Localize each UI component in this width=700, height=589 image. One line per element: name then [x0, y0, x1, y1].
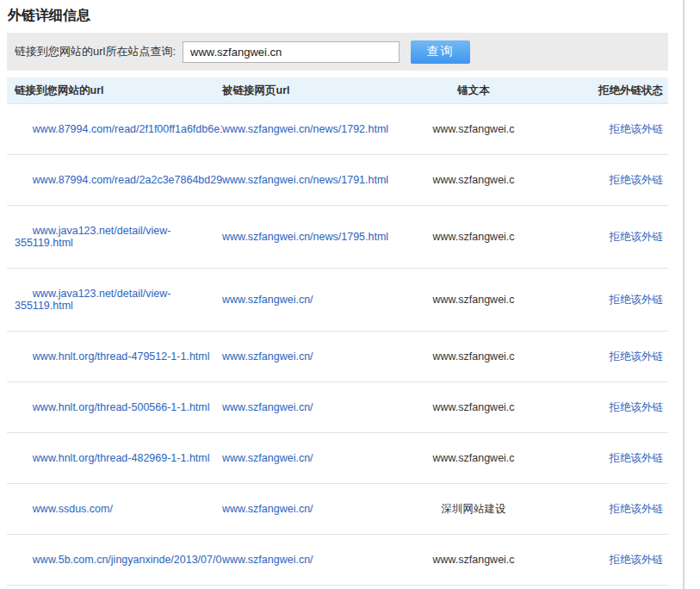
table-row: www.ssdus.com/ www.szfangwei.cn/ 深圳网站建设 … — [7, 484, 668, 535]
search-label: 链接到您网站的url所在站点查询: — [15, 44, 176, 59]
panel-right-border — [683, 0, 685, 589]
backlink-table: 链接到您网站的url 被链接网页url 锚文本 拒绝外链状态 www.87994… — [7, 78, 668, 589]
column-header-target: 被链接网页url — [222, 84, 405, 96]
table-header-row: 链接到您网站的url 被链接网页url 锚文本 拒绝外链状态 — [7, 78, 668, 104]
site-query-input[interactable] — [183, 41, 400, 63]
target-url-link[interactable]: www.szfangwei.cn/news/1791.html — [222, 174, 388, 186]
reject-link[interactable]: 拒绝该外链 — [610, 554, 664, 566]
anchor-text: 深圳网站建设 — [442, 503, 506, 515]
reject-link[interactable]: 拒绝该外链 — [610, 174, 664, 186]
reject-link[interactable]: 拒绝该外链 — [610, 401, 664, 413]
source-url-link[interactable]: www.hnlt.org/thread-479512-1-1.html — [33, 350, 210, 363]
source-url-link[interactable]: www.hnlt.org/thread-500566-1-1.html — [33, 401, 210, 413]
table-row: www.5b.com.cn/jingyanxinde/2013/07/05/5 … — [7, 535, 668, 586]
anchor-text: www.szfangwei.c — [432, 174, 514, 186]
query-button[interactable]: 查询 — [411, 40, 470, 64]
reject-link[interactable]: 拒绝该外链 — [610, 350, 664, 363]
table-row: www.hnlt.org/thread-482969-1-1.html www.… — [7, 433, 668, 484]
column-header-source: 链接到您网站的url — [7, 84, 222, 96]
target-url-link[interactable]: www.szfangwei.cn/news/1792.html — [222, 123, 388, 135]
target-url-link[interactable]: www.szfangwei.cn/ — [222, 350, 313, 363]
table-row: www.87994.com/read/2a2c3e7864bd2900a www… — [7, 155, 668, 206]
anchor-text: www.szfangwei.c — [432, 123, 514, 135]
search-bar: 链接到您网站的url所在站点查询: 查询 — [7, 33, 668, 71]
reject-link[interactable]: 拒绝该外链 — [610, 294, 664, 306]
reject-link[interactable]: 拒绝该外链 — [610, 503, 664, 515]
source-url-link[interactable]: www.java123.net/detail/view- 355119.html — [15, 225, 170, 249]
target-url-link[interactable]: www.szfangwei.cn/ — [222, 503, 313, 515]
source-url-link[interactable]: www.java123.net/detail/view- 355119.html — [15, 288, 170, 312]
table-row: www.5b.com.cn/tuiguangcehua/2013/06/04 w… — [7, 586, 668, 589]
anchor-text: www.szfangwei.c — [432, 350, 514, 363]
column-header-anchor: 锚文本 — [405, 84, 542, 96]
reject-link[interactable]: 拒绝该外链 — [610, 452, 664, 464]
table-row: www.hnlt.org/thread-479512-1-1.html www.… — [7, 332, 668, 382]
table-body: www.87994.com/read/2f1f00ff1a6fdb6e1be w… — [7, 104, 668, 589]
source-url-link[interactable]: www.ssdus.com/ — [33, 503, 113, 515]
anchor-text: www.szfangwei.c — [432, 452, 514, 464]
source-url-link[interactable]: www.87994.com/read/2f1f00ff1a6fdb6e1be — [33, 123, 222, 135]
table-row: www.java123.net/detail/view- 355119.html… — [7, 206, 668, 269]
source-url-link[interactable]: www.hnlt.org/thread-482969-1-1.html — [33, 452, 210, 464]
reject-link[interactable]: 拒绝该外链 — [610, 231, 664, 243]
table-row: www.java123.net/detail/view- 355119.html… — [7, 269, 668, 332]
backlink-details-page: 外链详细信息 链接到您网站的url所在站点查询: 查询 链接到您网站的url 被… — [0, 0, 700, 589]
table-row: www.hnlt.org/thread-500566-1-1.html www.… — [7, 382, 668, 433]
table-row: www.87994.com/read/2f1f00ff1a6fdb6e1be w… — [7, 104, 668, 155]
anchor-text: www.szfangwei.c — [432, 554, 514, 566]
anchor-text: www.szfangwei.c — [432, 401, 514, 413]
source-url-link[interactable]: www.87994.com/read/2a2c3e7864bd2900a — [33, 174, 222, 186]
target-url-link[interactable]: www.szfangwei.cn/news/1795.html — [222, 231, 388, 243]
page-title: 外链详细信息 — [7, 0, 668, 33]
anchor-text: www.szfangwei.c — [432, 231, 514, 243]
anchor-text: www.szfangwei.c — [432, 294, 514, 306]
target-url-link[interactable]: www.szfangwei.cn/ — [222, 452, 313, 464]
content-area: 外链详细信息 链接到您网站的url所在站点查询: 查询 链接到您网站的url 被… — [7, 0, 668, 589]
reject-link[interactable]: 拒绝该外链 — [610, 123, 664, 135]
target-url-link[interactable]: www.szfangwei.cn/ — [222, 294, 313, 306]
column-header-status: 拒绝外链状态 — [542, 84, 668, 96]
source-url-link[interactable]: www.5b.com.cn/jingyanxinde/2013/07/05/5 — [33, 554, 222, 566]
target-url-link[interactable]: www.szfangwei.cn/ — [222, 554, 313, 566]
target-url-link[interactable]: www.szfangwei.cn/ — [222, 401, 313, 413]
